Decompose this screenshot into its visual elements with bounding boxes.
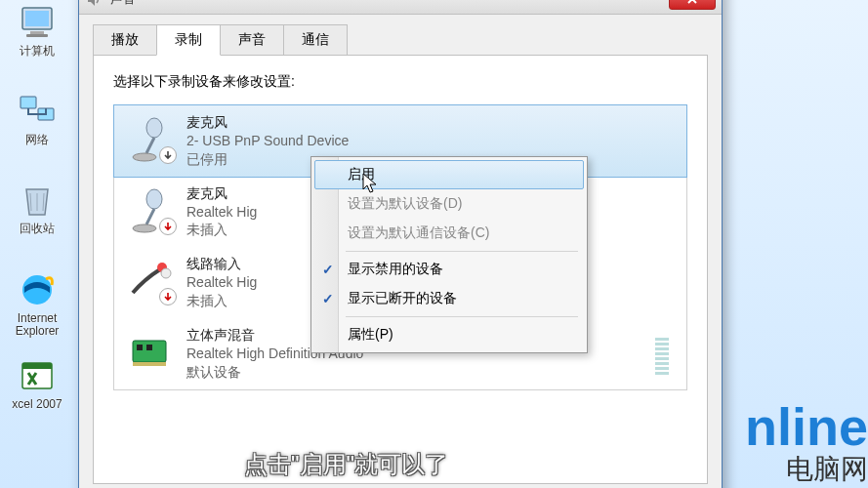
svg-rect-16 bbox=[137, 345, 143, 350]
menu-item-set-default-comm[interactable]: 设置为默认通信设备(C) bbox=[314, 219, 584, 248]
svg-point-11 bbox=[146, 189, 162, 209]
svg-rect-8 bbox=[22, 363, 52, 369]
desktop-icon-label: 网络 bbox=[25, 134, 49, 146]
computer-icon bbox=[17, 2, 58, 43]
line-in-icon bbox=[124, 255, 179, 305]
tab-sounds[interactable]: 声音 bbox=[220, 24, 284, 55]
menu-item-label: 设置为默认通信设备(C) bbox=[348, 224, 489, 242]
watermark: nline 电脑网 bbox=[745, 403, 868, 488]
svg-rect-4 bbox=[21, 97, 36, 108]
desktop-icon-label: 回收站 bbox=[20, 223, 55, 235]
desktop-icons: 计算机 网络 回收站 Internet Explorer xcel 2007 bbox=[8, 0, 66, 413]
excel-icon bbox=[17, 355, 58, 396]
menu-item-show-disabled[interactable]: ✓显示禁用的设备 bbox=[314, 255, 584, 284]
tab-row: 播放 录制 声音 通信 bbox=[79, 15, 722, 55]
check-icon: ✓ bbox=[322, 291, 334, 306]
level-meter bbox=[647, 326, 677, 382]
svg-point-10 bbox=[133, 153, 156, 161]
context-menu: 启用 设置为默认设备(D) 设置为默认通信设备(C) ✓显示禁用的设备 ✓显示已… bbox=[310, 156, 588, 353]
desktop-icon-network[interactable]: 网络 bbox=[8, 89, 66, 148]
device-desc: 2- USB PnP Sound Device bbox=[186, 132, 647, 150]
desktop-icon-recycle[interactable]: 回收站 bbox=[8, 178, 66, 237]
watermark-logo: nline bbox=[745, 403, 868, 451]
network-icon bbox=[17, 91, 58, 132]
desktop-icon-excel[interactable]: xcel 2007 bbox=[8, 353, 66, 413]
check-icon: ✓ bbox=[322, 262, 334, 277]
menu-item-label: 设置为默认设备(D) bbox=[348, 195, 462, 213]
menu-item-label: 属性(P) bbox=[348, 326, 393, 344]
menu-item-enable[interactable]: 启用 bbox=[314, 160, 584, 189]
device-name: 麦克风 bbox=[186, 113, 647, 132]
desktop-icon-label: Internet Explorer bbox=[10, 312, 64, 338]
menu-separator bbox=[346, 251, 578, 252]
down-arrow-badge-icon bbox=[159, 146, 177, 164]
svg-point-12 bbox=[133, 224, 156, 232]
menu-item-label: 显示已断开的设备 bbox=[348, 290, 457, 307]
level-meter bbox=[647, 255, 677, 310]
watermark-sub: 电脑网 bbox=[745, 451, 868, 488]
svg-rect-17 bbox=[146, 345, 152, 350]
tab-communications[interactable]: 通信 bbox=[283, 24, 348, 55]
menu-item-label: 显示禁用的设备 bbox=[348, 261, 443, 278]
svg-point-9 bbox=[146, 118, 162, 138]
menu-item-set-default[interactable]: 设置为默认设备(D) bbox=[314, 189, 584, 219]
svg-rect-1 bbox=[25, 11, 49, 26]
instruction-text: 选择以下录制设备来修改设置: bbox=[113, 73, 687, 91]
tab-playback[interactable]: 播放 bbox=[93, 24, 157, 55]
microphone-icon bbox=[124, 113, 179, 164]
close-button[interactable] bbox=[669, 0, 716, 10]
menu-item-show-disconnected[interactable]: ✓显示已断开的设备 bbox=[314, 284, 584, 313]
speaker-icon bbox=[85, 0, 103, 8]
microphone-icon bbox=[124, 184, 179, 235]
menu-item-properties[interactable]: 属性(P) bbox=[314, 320, 584, 349]
subtitle-text: 点击"启用"就可以了 bbox=[244, 449, 448, 480]
window-title: 声音 bbox=[110, 0, 669, 8]
svg-point-14 bbox=[161, 268, 171, 278]
level-meter bbox=[647, 184, 677, 240]
svg-rect-3 bbox=[26, 34, 48, 37]
level-meter bbox=[647, 113, 677, 169]
desktop-icon-label: 计算机 bbox=[20, 45, 55, 58]
svg-rect-15 bbox=[133, 341, 166, 362]
sound-card-icon bbox=[124, 326, 179, 377]
menu-item-label: 启用 bbox=[348, 166, 375, 183]
desktop-icon-label: xcel 2007 bbox=[12, 398, 62, 411]
recycle-bin-icon bbox=[17, 180, 58, 221]
titlebar[interactable]: 声音 bbox=[79, 0, 722, 15]
desktop-icon-ie[interactable]: Internet Explorer bbox=[8, 267, 66, 340]
device-status: 默认设备 bbox=[186, 363, 647, 382]
svg-rect-2 bbox=[30, 31, 44, 34]
ie-icon bbox=[17, 269, 58, 310]
menu-separator bbox=[346, 316, 578, 317]
tab-recording[interactable]: 录制 bbox=[156, 24, 221, 56]
down-arrow-badge-icon bbox=[159, 218, 177, 235]
desktop-icon-computer[interactable]: 计算机 bbox=[8, 0, 66, 60]
svg-rect-18 bbox=[133, 362, 166, 366]
